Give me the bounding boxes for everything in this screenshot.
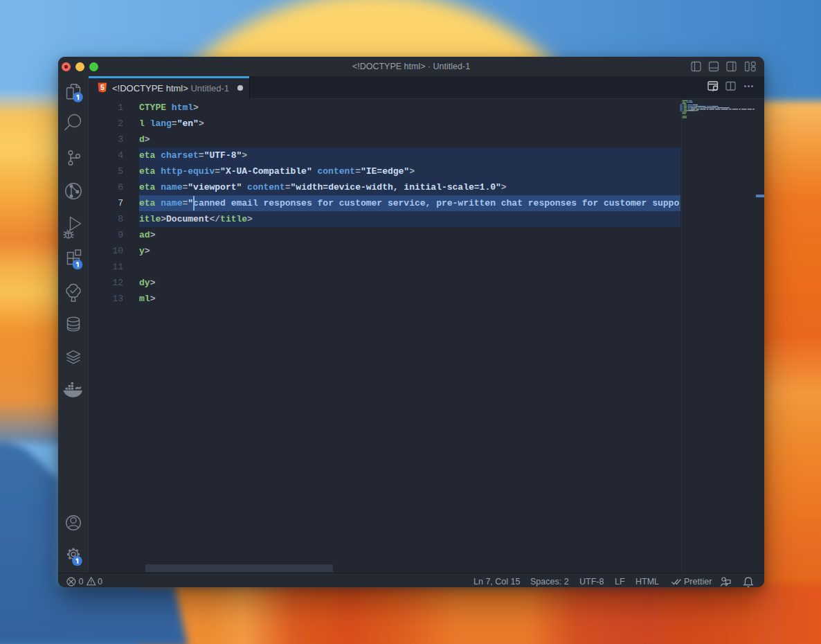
svg-text:5: 5: [100, 84, 105, 91]
